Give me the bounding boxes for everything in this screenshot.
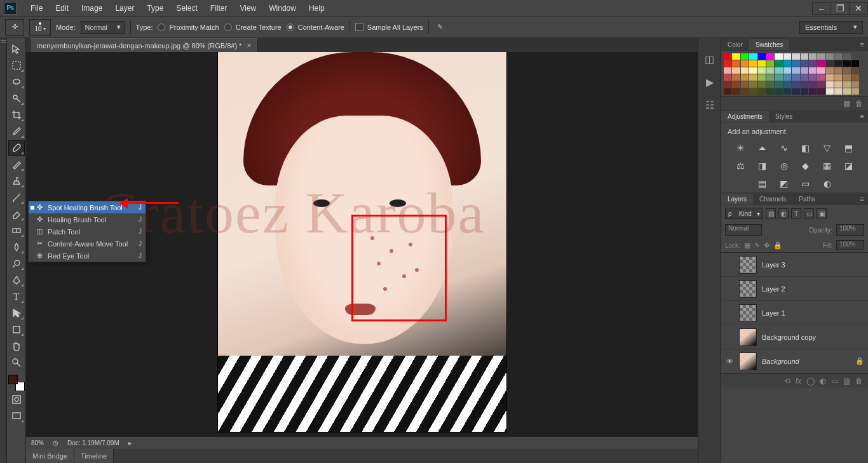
swatch[interactable] (851, 74, 859, 81)
posterize-icon[interactable]: ▤ (757, 178, 768, 189)
tab-color[interactable]: Color (721, 39, 749, 50)
gradmap-icon[interactable]: ▭ (800, 178, 811, 189)
swatch[interactable] (826, 67, 834, 74)
adjustment-layer-icon[interactable]: ◐ (820, 377, 826, 386)
swatch[interactable] (843, 74, 850, 81)
swatch[interactable] (801, 81, 808, 88)
properties-panel-icon[interactable]: ☷ (703, 99, 716, 111)
swatch[interactable] (724, 67, 731, 74)
lock-pixels-icon[interactable]: ✎ (754, 241, 760, 250)
trash-icon[interactable]: 🗑 (855, 99, 863, 108)
swatch[interactable] (749, 88, 757, 95)
tab-styles[interactable]: Styles (769, 111, 799, 122)
swatch[interactable] (801, 67, 808, 74)
swatch[interactable] (766, 53, 774, 60)
close-button[interactable]: ✕ (849, 2, 868, 15)
swatch[interactable] (741, 60, 749, 67)
lasso-tool[interactable] (8, 74, 25, 90)
chevron-right-icon[interactable]: ▸ (128, 440, 132, 446)
minimize-button[interactable]: – (812, 2, 831, 15)
swatch[interactable] (732, 53, 740, 60)
swatch[interactable] (834, 53, 842, 60)
opacity-input[interactable]: 100% (836, 224, 864, 236)
new-layer-icon[interactable]: ▥ (843, 377, 850, 386)
gradient-tool[interactable] (8, 223, 25, 238)
mode-select[interactable]: Normal ▾ (81, 21, 125, 34)
swatch[interactable] (826, 81, 834, 88)
swatch[interactable] (843, 53, 850, 60)
swatch[interactable] (851, 81, 859, 88)
swatch[interactable] (775, 81, 782, 88)
swatch[interactable] (817, 60, 825, 67)
levels-icon[interactable]: ⏶ (757, 143, 768, 153)
swatch[interactable] (843, 81, 850, 88)
swatch[interactable] (834, 88, 842, 95)
history-panel-icon[interactable]: ◫ (703, 53, 716, 65)
swatch[interactable] (826, 74, 834, 81)
type-tool[interactable]: T (8, 289, 25, 304)
menu-file[interactable]: File (24, 1, 49, 15)
swatch[interactable] (843, 67, 850, 74)
swatch[interactable] (741, 74, 749, 81)
swatch[interactable] (775, 53, 782, 60)
group-icon[interactable]: ▭ (831, 377, 838, 386)
swatch[interactable] (851, 88, 859, 95)
fill-input[interactable]: 100% (836, 240, 864, 250)
swatch[interactable] (724, 81, 731, 88)
swatch[interactable] (783, 53, 791, 60)
tab-channels[interactable]: Channels (753, 194, 792, 205)
layer-item[interactable]: Layer 3 (721, 253, 868, 277)
swatch[interactable] (817, 88, 825, 95)
flyout-spot-healing[interactable]: ✜ Spot Healing Brush Tool J (29, 201, 146, 213)
swatch[interactable] (851, 60, 859, 67)
history-brush-tool[interactable] (8, 190, 25, 205)
menu-type[interactable]: Type (140, 1, 170, 15)
swatch[interactable] (749, 60, 757, 67)
lookup-icon[interactable]: ▦ (822, 161, 833, 171)
visibility-toggle[interactable]: 👁 (725, 358, 734, 365)
swatch[interactable] (758, 88, 766, 95)
swatch[interactable] (741, 67, 749, 74)
photo-filter-icon[interactable]: ◎ (778, 161, 790, 171)
quick-select-tool[interactable] (8, 91, 25, 106)
tool-preset-picker[interactable]: ✜ (5, 19, 24, 36)
swatch[interactable] (758, 67, 766, 74)
vibrance-icon[interactable]: ▽ (822, 143, 833, 153)
swatch[interactable] (783, 81, 791, 88)
swatch[interactable] (809, 60, 817, 67)
swatch[interactable] (732, 81, 740, 88)
blur-tool[interactable] (8, 239, 25, 255)
crop-tool[interactable] (8, 107, 25, 123)
swatch[interactable] (801, 88, 808, 95)
shape-tool[interactable] (8, 322, 25, 337)
swatch[interactable] (792, 53, 799, 60)
hand-tool[interactable] (8, 339, 25, 354)
swatch[interactable] (741, 53, 749, 60)
menu-filter[interactable]: Filter (204, 1, 234, 15)
flyout-content-aware-move[interactable]: ✂ Content-Aware Move Tool J (29, 238, 146, 250)
blend-mode-select[interactable]: Normal (725, 224, 762, 236)
radio-content-aware[interactable]: Content-Aware (287, 23, 344, 31)
tab-mini-bridge[interactable]: Mini Bridge (26, 449, 74, 463)
path-select-tool[interactable] (8, 305, 25, 321)
fx-icon[interactable]: fx (796, 377, 801, 386)
swatch[interactable] (792, 60, 799, 67)
invert-icon[interactable]: ◪ (843, 161, 855, 171)
swatch[interactable] (809, 88, 817, 95)
eraser-tool[interactable] (8, 206, 25, 222)
filter-type-icon[interactable]: T (791, 208, 801, 218)
foreground-background-colors[interactable] (8, 375, 25, 391)
swatch[interactable] (732, 60, 740, 67)
swatch[interactable] (834, 74, 842, 81)
swatch[interactable] (758, 74, 766, 81)
menu-window[interactable]: Window (262, 1, 302, 15)
filter-adjust-icon[interactable]: ◐ (778, 208, 789, 218)
swatch[interactable] (817, 74, 825, 81)
swatch[interactable] (775, 60, 782, 67)
swatch[interactable] (766, 81, 774, 88)
swatch[interactable] (758, 53, 766, 60)
lock-transparency-icon[interactable]: ▦ (744, 241, 750, 250)
link-layers-icon[interactable]: ⟲ (784, 377, 790, 386)
tab-swatches[interactable]: Swatches (749, 39, 789, 50)
layer-item[interactable]: Layer 1 (721, 301, 868, 325)
